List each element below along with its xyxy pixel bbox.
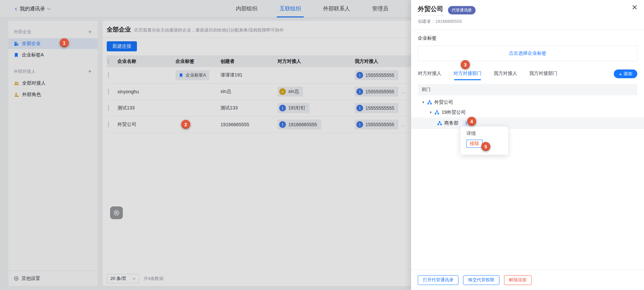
select-company-tag-link[interactable]: 点击选择企业标签 [418,46,637,61]
caret-down-icon[interactable]: ▼ [429,111,432,114]
transfer-managed-rights-button[interactable]: 移交代管权限 [463,275,499,285]
department-icon [427,100,432,105]
tab-counterpart-liaison[interactable]: 对方对接人 [418,70,441,77]
annotation-badge-3: 3 [461,60,470,69]
department-icon [437,121,442,126]
add-button-label: 添加 [624,71,632,77]
company-detail-drawer: × 外贸公司 代管通讯录 创建者：19166665555 企业标签 点击选择企业… [411,0,644,290]
tree-node-label: 19外贸公司 [442,109,466,115]
tree-node-root[interactable]: ▼ 外贸公司 [418,97,637,107]
managed-directory-badge: 代管通讯录 [448,6,476,14]
annotation-badge-5: 5 [481,142,490,151]
department-icon [435,110,439,115]
caret-down-icon[interactable]: ▼ [422,101,425,104]
department-tree: ▼ 外贸公司 ▼ 19外贸公司 [418,97,637,129]
tree-node-label: 外贸公司 [434,99,453,105]
tab-our-liaison[interactable]: 我方对接人 [494,70,517,77]
menu-item-remove[interactable]: 移除 [466,140,483,148]
tree-node-business-dept[interactable]: 商务部 ⋮ [411,117,644,129]
plus-icon: + [619,71,622,77]
department-list-header: 部门 [418,84,637,95]
app-root: ‹ 我的通讯录 内部组织 互联组织 外部联系人 管理员 外部企业 + 全部企业 [0,0,644,290]
tab-our-department[interactable]: 我方对接部门 [529,70,557,77]
drawer-title: 外贸公司 [418,5,443,15]
tree-node-child[interactable]: ▼ 19外贸公司 [418,107,637,117]
annotation-badge-2: 2 [181,120,190,129]
open-managed-directory-button[interactable]: 打开代管通讯录 [418,275,458,285]
add-button[interactable]: + 添加 [614,69,637,78]
annotation-badge-1: 1 [60,38,69,47]
tab-counterpart-department[interactable]: 对方对接部门 [453,70,482,77]
annotation-badge-4: 4 [467,117,476,126]
menu-item-details[interactable]: 详情 [466,131,508,137]
drawer-creator-line: 创建者：19166665555 [418,18,637,25]
drawer-title-row: 外贸公司 代管通讯录 [418,5,637,15]
drawer-tabs: 对方对接人 对方对接部门 我方对接人 我方对接部门 + 添加 [418,69,637,78]
disconnect-button[interactable]: 解除连接 [504,275,532,285]
drawer-divider [411,30,644,30]
drawer-footer: 打开代管通讯录 移交代管权限 解除连接 [411,270,644,290]
tag-section-label: 企业标签 [418,35,637,41]
close-icon[interactable]: × [632,3,637,12]
tree-node-label: 商务部 [444,120,458,126]
